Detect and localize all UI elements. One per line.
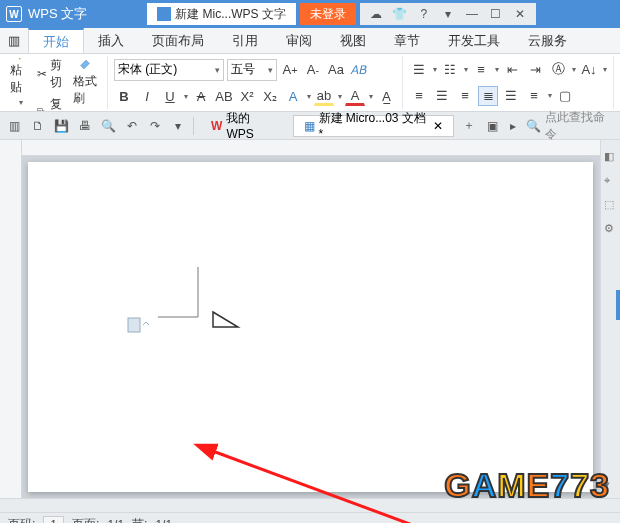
preview-icon[interactable]: 🔍	[100, 117, 117, 135]
underline-button[interactable]: U	[160, 86, 180, 106]
font-size-select[interactable]: 五号▾	[227, 59, 277, 81]
tab-chapter[interactable]: 章节	[380, 28, 434, 53]
emphasis-button[interactable]: AB	[214, 86, 234, 106]
new-icon[interactable]: ▥	[6, 117, 23, 135]
command-search[interactable]: ▣ ▸ 🔍 点此查找命令	[484, 109, 614, 143]
tab-references[interactable]: 引用	[218, 28, 272, 53]
file-menu-icon[interactable]: ▥	[0, 28, 28, 53]
add-tab-button[interactable]: ＋	[460, 117, 477, 135]
ribbon-tabs: ▥ 开始 插入 页面布局 引用 审阅 视图 章节 开发工具 云服务	[0, 28, 620, 54]
text-direction-button[interactable]: Ⓐ	[548, 59, 568, 79]
char-shading-button[interactable]: A̲	[376, 86, 396, 106]
indent-left-button[interactable]: ⇤	[502, 59, 522, 79]
align-left-button[interactable]: ≡	[409, 86, 429, 106]
help-icon[interactable]: ?	[412, 7, 436, 21]
tab-page-layout[interactable]: 页面布局	[138, 28, 218, 53]
format-painter-button[interactable]: 格式刷	[69, 56, 101, 109]
page-canvas[interactable]	[28, 162, 593, 492]
paste-button[interactable]: 粘贴▾	[6, 56, 34, 109]
quick-access-bar: ▥ 🗋 💾 🖶 🔍 ↶ ↷ ▾ W 我的WPS ▦ 新建 Micro...03 …	[0, 112, 620, 140]
nav-more-icon[interactable]: ▸	[505, 117, 522, 135]
panel-collapse-icon[interactable]: ◧	[604, 150, 618, 164]
search-icon: 🔍	[526, 119, 541, 133]
decrease-font-button[interactable]: A-	[303, 60, 323, 80]
highlight-button[interactable]: ab	[314, 86, 334, 106]
separator	[193, 117, 194, 135]
doc-icon: ▦	[304, 119, 315, 133]
pages-label: 页面:	[72, 516, 99, 523]
multilevel-button[interactable]: ≡	[471, 59, 491, 79]
font-color-button[interactable]: A	[345, 86, 365, 106]
paragraph-group: ☰▾ ☷▾ ≡▾ ⇤ ⇥ Ⓐ▾ A↓▾ ≡ ☰ ≡ ≣ ☰ ≡▾ ▢	[409, 56, 614, 109]
section-label: 节:	[132, 516, 147, 523]
overflow-icon[interactable]: ▾	[436, 7, 460, 21]
document-tab[interactable]: ▦ 新建 Micro...03 文档 * ✕	[293, 115, 455, 137]
cut-button[interactable]: ✂剪切	[34, 56, 69, 92]
bold-button[interactable]: B	[114, 86, 134, 106]
clear-format-button[interactable]: 𝘈𝘉	[349, 60, 369, 80]
align-distributed-button[interactable]: ☰	[501, 86, 521, 106]
vertical-ruler[interactable]	[0, 140, 22, 498]
tab-start[interactable]: 开始	[28, 28, 84, 53]
increase-font-button[interactable]: A+	[280, 60, 300, 80]
shading-button[interactable]: ▢	[555, 86, 575, 106]
undo-icon[interactable]: ↶	[123, 117, 140, 135]
italic-button[interactable]: I	[137, 86, 157, 106]
my-wps-tab[interactable]: W 我的WPS	[200, 115, 286, 137]
open-icon[interactable]: 🗋	[29, 117, 46, 135]
clipboard-group: 粘贴▾ ✂剪切 ⎘复制 格式刷	[6, 56, 108, 109]
paste-icon	[10, 58, 30, 60]
nav-back-icon[interactable]: ▣	[484, 117, 501, 135]
redo-icon[interactable]: ↷	[146, 117, 163, 135]
line-spacing-button[interactable]: ≡	[524, 86, 544, 106]
tab-cloud[interactable]: 云服务	[514, 28, 581, 53]
copy-button[interactable]: ⎘复制	[34, 95, 69, 112]
subscript-button[interactable]: X₂	[260, 86, 280, 106]
align-center-button[interactable]: ☰	[432, 86, 452, 106]
brush-icon	[75, 58, 95, 71]
indent-right-button[interactable]: ⇥	[525, 59, 545, 79]
horizontal-ruler[interactable]	[22, 140, 600, 156]
page-content	[28, 162, 593, 492]
scrollbar-thumb[interactable]	[616, 290, 620, 320]
sort-button[interactable]: A↓	[579, 59, 599, 79]
panel-nav-icon[interactable]: ⌖	[604, 174, 618, 188]
app-title: WPS 文字	[28, 5, 87, 23]
titlebar-document-tab[interactable]: 新建 Mic...WPS 文字	[147, 3, 296, 25]
svg-rect-4	[128, 318, 140, 332]
numbering-button[interactable]: ☷	[440, 59, 460, 79]
superscript-button[interactable]: X²	[237, 86, 257, 106]
bullets-button[interactable]: ☰	[409, 59, 429, 79]
close-button[interactable]: ✕	[508, 7, 532, 21]
tab-review[interactable]: 审阅	[272, 28, 326, 53]
ribbon: 粘贴▾ ✂剪切 ⎘复制 格式刷 宋体 (正文)▾ 五号▾ A+ A- Aa 𝘈𝘉…	[0, 54, 620, 112]
align-right-button[interactable]: ≡	[455, 86, 475, 106]
cloud-icon[interactable]: ☁	[364, 7, 388, 21]
document-icon	[157, 7, 171, 21]
scissors-icon: ✂	[37, 67, 47, 81]
close-tab-icon[interactable]: ✕	[433, 119, 443, 133]
strike-button[interactable]: A	[191, 86, 211, 106]
tab-insert[interactable]: 插入	[84, 28, 138, 53]
font-family-select[interactable]: 宋体 (正文)▾	[114, 59, 224, 81]
watermark: GAME773	[444, 466, 610, 505]
tab-view[interactable]: 视图	[326, 28, 380, 53]
minimize-button[interactable]: —	[460, 7, 484, 21]
login-button[interactable]: 未登录	[300, 3, 356, 25]
maximize-button[interactable]: ☐	[484, 7, 508, 21]
document-area[interactable]	[22, 140, 600, 498]
side-panel: ◧ ⌖ ⬚ ⚙ ▾	[600, 140, 620, 498]
save-icon[interactable]: 💾	[53, 117, 70, 135]
tab-developer[interactable]: 开发工具	[434, 28, 514, 53]
page-number-value[interactable]: 1	[43, 516, 64, 524]
print-icon[interactable]: 🖶	[76, 117, 93, 135]
svg-rect-0	[19, 58, 20, 60]
panel-select-icon[interactable]: ⬚	[604, 198, 618, 212]
change-case-button[interactable]: Aa	[326, 60, 346, 80]
title-bar: W WPS 文字 新建 Mic...WPS 文字 未登录 ☁ 👕 ? ▾ — ☐…	[0, 0, 620, 28]
tshirt-icon[interactable]: 👕	[388, 7, 412, 21]
panel-settings-icon[interactable]: ⚙	[604, 222, 618, 236]
align-justify-button[interactable]: ≣	[478, 86, 498, 106]
qat-dropdown-icon[interactable]: ▾	[170, 117, 187, 135]
text-effect-button[interactable]: A	[283, 86, 303, 106]
